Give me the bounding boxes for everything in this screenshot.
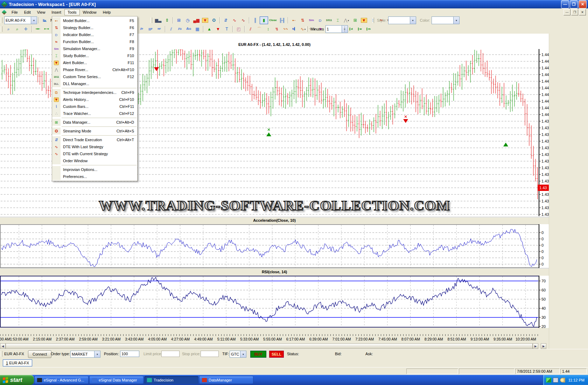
menu-item-alert-builder[interactable]: ▼Alert Builder...F11 (52, 59, 137, 66)
menu-tools[interactable]: Tools (64, 9, 80, 15)
parallel-lines-icon[interactable]: ⫽ (167, 25, 175, 33)
menu-item-custom-bars[interactable]: ⌇Custom Bars...Ctrl+F11 (52, 103, 137, 110)
stop-price-input[interactable] (201, 351, 219, 357)
chevron-down-icon[interactable]: ▼ (94, 351, 100, 357)
waves-icon[interactable]: ∿∿ (281, 25, 290, 33)
zigzag-icon[interactable]: ↯ (273, 25, 281, 33)
tif-combo[interactable]: GTC ▼ (230, 351, 246, 358)
phase-rover-icon[interactable]: ⋀▾ (342, 16, 351, 24)
fibonacci-levels-icon[interactable]: |||F (146, 25, 155, 33)
strategy-builder-icon[interactable]: ⇅ (299, 16, 307, 24)
eraser-icon[interactable]: ◰ (234, 25, 243, 33)
sell-marker-icon[interactable]: ▼ (214, 25, 222, 33)
toolbar-grip[interactable] (1, 26, 2, 32)
fibonacci-fan-icon[interactable]: ⫽F (138, 25, 146, 33)
menu-window[interactable]: Window (80, 9, 100, 15)
indicator-builder-icon[interactable]: ⫐ (316, 16, 324, 24)
n-wave-icon[interactable]: N▎ (290, 25, 299, 33)
menu-help[interactable]: Help (100, 9, 114, 15)
order-type-combo[interactable]: MARKET ▼ (70, 351, 100, 358)
acceleration-pane[interactable]: 000000 (0, 224, 549, 268)
ohlc-bars-icon[interactable]: ║ (251, 16, 259, 24)
network-icon[interactable] (546, 378, 551, 383)
bars-expand-icon[interactable]: ⇤⇥ (42, 25, 51, 33)
child-close-button[interactable]: ✕ (579, 9, 586, 15)
buy-button[interactable]: BUY (250, 351, 266, 358)
hlc-bars-icon[interactable]: ╟╢ (278, 16, 286, 24)
style-combo[interactable]: ▼ (388, 16, 416, 24)
zoom-in-icon[interactable]: ⌕ (4, 25, 13, 33)
restore-button[interactable]: ❐ (570, 0, 578, 8)
fibonacci-timezones-icon[interactable]: ⌗F (155, 25, 163, 33)
menu-item-technique-interdependencies[interactable]: ⧉Technique Interdependencies...Ctrl+F9 (52, 89, 137, 96)
price-histogram-icon[interactable]: ▆▃ (154, 16, 162, 24)
dte-current-strategy-icon[interactable]: ∿ (239, 16, 247, 24)
menu-item-function-builder[interactable]: fxFunction Builder...F8 (52, 38, 137, 45)
streaming-globe-icon[interactable]: ✪ (210, 16, 218, 24)
candlestick-style-icon[interactable]: ▮ (260, 16, 268, 24)
close-line-icon[interactable]: Close (268, 16, 278, 24)
scrollbar-thumb[interactable] (6, 343, 533, 349)
menu-edit[interactable]: Edit (21, 9, 34, 15)
menu-item-trace-watcher[interactable]: ∴Trace Watcher...Ctrl+F12 (52, 110, 137, 117)
toolbar-grip[interactable] (1, 18, 2, 23)
buy-marker-icon[interactable] (503, 143, 508, 146)
volume-histogram-icon[interactable]: ▄▆ (192, 16, 201, 24)
range-icon[interactable]: ↕ (264, 25, 272, 33)
dte-last-strategy-icon[interactable]: ∿ (230, 16, 239, 24)
custom-time-series-icon[interactable]: 1011 (325, 16, 333, 24)
text-tool-icon[interactable]: T (223, 25, 231, 33)
buy-marker-icon[interactable]: ▲ (205, 25, 214, 33)
trendline-icon[interactable]: ⫽ (246, 25, 255, 33)
menu-item-streaming-mode[interactable]: ✪Streaming ModeCtrl+Alt+S (52, 128, 137, 135)
taskbar-task-esignal-advanced-g[interactable]: eSignal - Advanced G... (34, 376, 89, 384)
gann-fan-icon[interactable]: ⫽G (176, 25, 184, 33)
menu-insert[interactable]: Insert (48, 9, 64, 15)
connect-button[interactable]: Connect (28, 350, 51, 358)
alert-builder-icon[interactable]: ▼ (360, 16, 368, 24)
menu-item-model-builder[interactable]: ➸Model Builder...F5 (52, 17, 137, 24)
dte-window-icon[interactable]: ⇵ (222, 16, 230, 24)
symbol-combo[interactable]: EUR A0-FX ▼ (4, 16, 37, 24)
minimize-button[interactable]: — (561, 0, 569, 8)
menu-item-phase-rover[interactable]: ⋀Phase Rover...Ctrl+Alt+F10 (52, 66, 137, 73)
menu-item-alerts-history[interactable]: ▼Alerts History...Ctrl+F10 (52, 96, 137, 103)
toolbar-grip[interactable] (372, 18, 374, 23)
sell-marker-icon[interactable] (154, 67, 159, 71)
menu-item-data-manager[interactable]: ⊞Data Manager...Ctrl+Alt+D (52, 119, 137, 126)
new-chart-icon[interactable]: 📊︎ (41, 16, 49, 24)
toolbar-grip[interactable] (150, 18, 152, 23)
close-button[interactable]: ✕ (579, 0, 587, 8)
study-builder-icon[interactable]: ⌶ (334, 16, 342, 24)
menu-item-indicator-builder[interactable]: ⫐Indicator Builder...F7 (52, 31, 137, 38)
monthly-period-icon[interactable]: ❙m (364, 25, 372, 33)
taskbar-task-esignal-data-manager[interactable]: eSignal Data Manager (89, 376, 144, 384)
limit-price-input[interactable] (161, 351, 180, 357)
grid-icon[interactable]: ▦ (193, 25, 202, 33)
time-clock-icon[interactable]: ◷ (183, 16, 192, 24)
menu-item-strategy-builder[interactable]: ⇅Strategy Builder...F6 (52, 24, 137, 31)
toolbar-grip[interactable] (306, 26, 308, 32)
menu-item-dte-with-last-strategy[interactable]: ∿DTE With Last Strategy (52, 143, 137, 150)
regression-icon[interactable]: ⌒ (255, 25, 264, 33)
horizontal-scrollbar[interactable]: ◀ ▶ ▶ (0, 343, 549, 349)
position-input[interactable]: 100 (120, 351, 139, 357)
menu-file[interactable]: File (8, 9, 21, 15)
zoom-reset-icon[interactable]: ⌕ (13, 25, 21, 33)
sell-button[interactable]: SELL (269, 351, 284, 358)
quote-board-icon[interactable]: ⊞ (175, 16, 183, 24)
menu-item-simulation-manager[interactable]: SimSimulation Manager...F9 (52, 45, 137, 52)
menu-item-preferences[interactable]: Preferences... (52, 173, 137, 180)
chevron-down-icon[interactable]: ▼ (410, 17, 416, 24)
pan-icon[interactable]: ✛ (22, 25, 30, 33)
menu-item-direct-trade-execution[interactable]: ⇵Direct Trade ExecutionCtrl+Alt+T (52, 136, 137, 143)
monitor-icon[interactable] (553, 378, 558, 383)
chevron-down-icon[interactable]: ▼ (31, 17, 37, 24)
chevron-down-icon[interactable]: ▼ (240, 351, 246, 357)
simulation-manager-icon[interactable]: Sim (307, 16, 316, 24)
menu-item-dll-manager[interactable]: DLLDLL Manager... (52, 80, 137, 87)
menu-item-custom-time-series[interactable]: 1011Custom Time Series...F12 (52, 73, 137, 80)
toolbar-grip[interactable] (343, 26, 345, 32)
data-manager-icon[interactable]: ⊞ (351, 16, 359, 24)
menu-item-dte-with-current-strategy[interactable]: ∿DTE with Current Strategy (52, 150, 137, 157)
